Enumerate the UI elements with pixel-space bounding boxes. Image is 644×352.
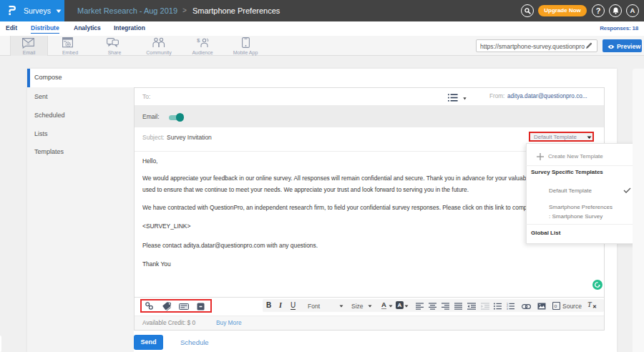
svg-text:3: 3: [507, 308, 508, 310]
svg-text:$: $: [197, 37, 200, 44]
svg-text:o: o: [554, 303, 557, 308]
